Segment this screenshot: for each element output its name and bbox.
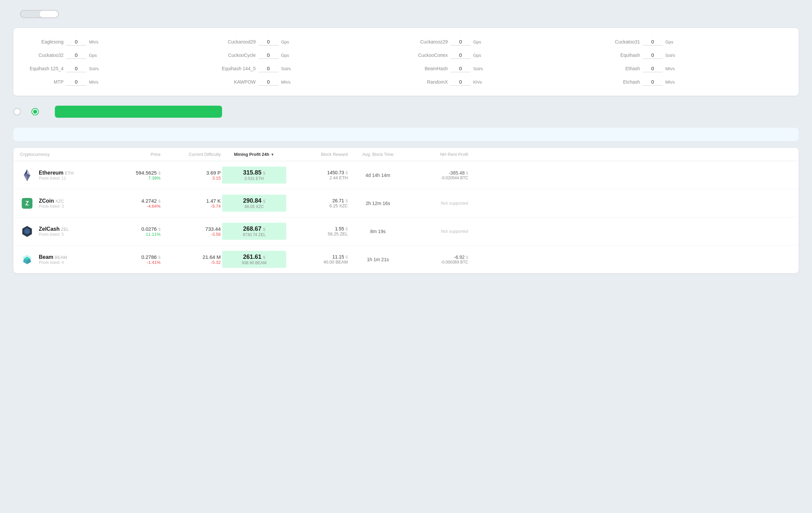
price-value: 4.2742 $ <box>107 198 161 204</box>
column-header-block_reward: Block Reward <box>288 152 348 157</box>
hash-label: BeamHash <box>411 66 448 71</box>
block-time-cell: 8m 19s <box>348 229 408 234</box>
price-value: 0.0276 $ <box>107 226 161 232</box>
hash-unit: Gps <box>473 53 481 58</box>
mode-hashrate-button[interactable] <box>39 11 58 18</box>
difficulty-value: 1.47 K <box>161 198 221 204</box>
hash-field-cuckoocortex: CuckooCortex Gps <box>411 52 593 59</box>
table-body: EthereumETH Pools listed: 11 594.5625 $ … <box>13 161 799 273</box>
hash-label: RandomX <box>411 79 448 85</box>
nh-not-supported: Not supported <box>408 201 468 206</box>
hash-input-etchash[interactable] <box>643 78 663 86</box>
block-reward-value: 1.55 $ <box>288 226 348 231</box>
hash-field-cuckatoo32: Cuckatoo32 Gps <box>27 52 209 59</box>
block-time-cell: 1h 1m 21s <box>348 257 408 262</box>
column-header-profit[interactable]: Mining Profit 24h ▼ <box>221 152 288 157</box>
hash-input-equihash[interactable] <box>643 52 663 59</box>
table-row[interactable]: Z ZCoinXZC Pools listed: 3 4.2742 $ -4.6… <box>13 189 799 217</box>
difficulty-change: -3.56 <box>161 232 221 237</box>
block-reward-coin: 6.25 XZC <box>288 203 348 208</box>
eth-icon <box>20 168 34 182</box>
price-change: 7.39% <box>107 176 161 180</box>
hash-unit: Gps <box>89 53 97 58</box>
difficulty-value: 733.44 <box>161 226 221 232</box>
hash-label: Equihash <box>603 53 640 58</box>
price-cell: 0.0276 $ 11.11% <box>107 226 161 237</box>
price-value: 0.2786 $ <box>107 254 161 260</box>
hash-field-equihash-125_4: Equihash 125_4 Sol/s <box>27 65 209 72</box>
hash-input-cuckarooz29[interactable] <box>451 38 470 46</box>
hash-input-beamhash[interactable] <box>451 65 470 72</box>
crypto-cell-zel: ZelCashZEL Pools listed: 5 <box>20 224 107 238</box>
profit-value: 290.84 $ <box>226 197 282 204</box>
hash-unit: Mh/s <box>666 80 675 85</box>
crypto-name-block: ZCoinXZC Pools listed: 3 <box>39 198 64 209</box>
block-time-cell: 4d 14h 14m <box>348 173 408 178</box>
crypto-cell-eth: EthereumETH Pools listed: 11 <box>20 168 107 182</box>
results-table: CryptocurrencyPriceCurrent DifficultyMin… <box>13 148 799 273</box>
hash-input-eaglesong[interactable] <box>66 38 86 46</box>
header <box>13 10 799 18</box>
hash-field-cuckarooz29: Cuckarooz29 Gps <box>411 38 593 46</box>
mode-model-button[interactable] <box>21 11 39 18</box>
hash-input-cuckoocycle[interactable] <box>259 52 279 59</box>
hash-label: Cuckatoo32 <box>27 53 63 58</box>
profit-value: 261.61 $ <box>226 254 282 260</box>
price-change: -4.64% <box>107 204 161 209</box>
difficulty-cell: 733.44 -3.56 <box>161 226 221 237</box>
table-row[interactable]: BeamBEAM Pools listed: 4 0.2786 $ -1.41%… <box>13 246 799 273</box>
hash-input-cuckarood29[interactable] <box>259 38 279 46</box>
hash-input-mtp[interactable] <box>66 78 86 86</box>
radio-group <box>13 108 41 115</box>
hash-input-equihash-144_5[interactable] <box>259 65 279 72</box>
last24h-radio[interactable] <box>13 108 23 115</box>
current-profit-radio[interactable] <box>31 108 41 115</box>
price-value: 594.5625 $ <box>107 170 161 176</box>
crypto-name: ZelCashZEL <box>39 226 69 232</box>
mode-toggle[interactable] <box>20 10 59 18</box>
hash-label: Etchash <box>603 79 640 85</box>
hash-field-eaglesong: Eaglesong Mh/s <box>27 38 209 46</box>
hash-field-cuckarood29: Cuckarood29 Gps <box>219 38 401 46</box>
hash-input-cuckatoo32[interactable] <box>66 52 86 59</box>
hash-unit: Gps <box>281 39 289 45</box>
hash-unit: Gps <box>666 39 673 45</box>
profit-value: 268.67 $ <box>226 225 282 232</box>
hash-input-equihash-125_4[interactable] <box>66 65 86 72</box>
hash-input-kawpow[interactable] <box>259 78 279 86</box>
table-row[interactable]: EthereumETH Pools listed: 11 594.5625 $ … <box>13 161 799 189</box>
price-cell: 0.2786 $ -1.41% <box>107 254 161 265</box>
table-row[interactable]: ZelCashZEL Pools listed: 5 0.0276 $ 11.1… <box>13 217 799 246</box>
block-reward-coin: 40.00 BEAM <box>288 259 348 264</box>
hash-label: Eaglesong <box>27 39 63 45</box>
hash-input-ethash[interactable] <box>643 65 663 72</box>
column-header-block_time: Avg. Block Time <box>348 152 408 157</box>
hash-field-randomx: RandomX Kh/s <box>411 78 593 86</box>
hash-field-equihash: Equihash Sol/s <box>603 52 786 59</box>
calculate-button[interactable] <box>55 106 222 118</box>
difficulty-change: -5.32 <box>161 260 221 265</box>
hash-field-ethash: Ethash Mh/s <box>603 65 786 72</box>
hash-field-cuckatoo31: Cuckatoo31 Gps <box>603 38 786 46</box>
block-reward-value: 26.71 $ <box>288 198 348 203</box>
difficulty-value: 3.69 P <box>161 170 221 176</box>
hash-unit: Sol/s <box>281 66 291 71</box>
crypto-cell-xzc: Z ZCoinXZC Pools listed: 3 <box>20 196 107 210</box>
difficulty-change: 3.15 <box>161 176 221 180</box>
zel-icon <box>20 224 34 238</box>
profit-coin: 0.531 ETH <box>226 176 282 181</box>
crypto-pools: Pools listed: 3 <box>39 204 64 209</box>
hash-input-cuckoocortex[interactable] <box>451 52 470 59</box>
price-cell: 4.2742 $ -4.64% <box>107 198 161 209</box>
difficulty-value: 21.64 M <box>161 254 221 260</box>
current-profit-radio-circle <box>31 108 39 115</box>
hash-label: Cuckarooz29 <box>411 39 448 45</box>
hash-input-cuckatoo31[interactable] <box>643 38 663 46</box>
block-reward-coin: 2.44 ETH <box>288 175 348 180</box>
hash-input-randomx[interactable] <box>451 78 470 86</box>
hash-label: MTP <box>27 79 63 85</box>
hash-unit: Mh/s <box>89 80 98 85</box>
nh-rent-btc: -0.020544 BTC <box>408 176 468 180</box>
block-reward-coin: 56.25 ZEL <box>288 231 348 236</box>
nh-rent-btc: -0.000369 BTC <box>408 260 468 264</box>
